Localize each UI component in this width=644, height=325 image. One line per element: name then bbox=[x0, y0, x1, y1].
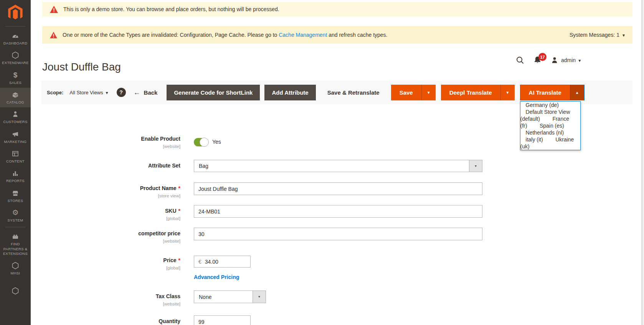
system-messages-toggle[interactable]: System Messages: 1 bbox=[570, 32, 625, 38]
sidebar-item-dashboard[interactable]: DASHBOARD bbox=[0, 29, 31, 48]
field-scope-note: [global] bbox=[50, 215, 180, 222]
sidebar-item-reports[interactable]: REPORTS bbox=[0, 166, 31, 186]
megaphone-icon bbox=[12, 130, 19, 138]
sidebar-item-extendware[interactable]: EXTENDWARE bbox=[0, 48, 31, 68]
attribute-set-label: Attribute Set bbox=[50, 162, 180, 169]
sidebar-divider bbox=[5, 26, 26, 26]
attribute-set-value: Bag bbox=[194, 160, 469, 172]
deepl-translate-button[interactable]: Deepl Translate bbox=[441, 85, 500, 100]
store-scope-switcher[interactable]: All Store Views bbox=[69, 90, 108, 95]
page-actions-toolbar: Scope: All Store Views ? ← Back Generate… bbox=[41, 80, 632, 104]
quantity-input[interactable] bbox=[194, 315, 251, 325]
ai-dropdown-arrow[interactable] bbox=[570, 85, 584, 100]
field-scope-note: [website] bbox=[50, 143, 180, 150]
back-arrow-icon: ← bbox=[134, 89, 140, 97]
user-icon bbox=[551, 56, 558, 64]
sku-label: SKU [global] bbox=[50, 208, 180, 222]
ai-translate-dropdown: Germany (de) Default Store View (default… bbox=[520, 101, 581, 150]
sidebar-item-label: DASHBOARD bbox=[3, 41, 28, 46]
attribute-set-select[interactable]: Bag bbox=[194, 160, 482, 172]
sidebar-item-label: SYSTEM bbox=[8, 218, 23, 223]
help-icon[interactable]: ? bbox=[117, 88, 126, 97]
tax-class-value: None bbox=[194, 291, 253, 303]
sidebar-item-system[interactable]: ⚙ SYSTEM bbox=[0, 206, 31, 225]
search-icon[interactable] bbox=[516, 56, 524, 64]
sidebar-item-label: CUSTOMERS bbox=[3, 120, 27, 124]
sidebar-item-label: MARKETING bbox=[4, 140, 26, 144]
field-label-text: Price bbox=[163, 257, 180, 263]
admin-user-menu[interactable]: admin bbox=[551, 56, 581, 64]
sidebar-item-customers[interactable]: CUSTOMERS bbox=[0, 107, 31, 127]
sidebar-item-label: SALES bbox=[9, 80, 21, 85]
generate-shortlink-button[interactable]: Generate Code for ShortLink bbox=[167, 85, 260, 100]
deepl-dropdown-arrow[interactable] bbox=[500, 85, 515, 100]
save-retranslate-button[interactable]: Save & Retranslate bbox=[321, 85, 386, 100]
currency-symbol: € bbox=[198, 259, 201, 265]
header-actions: 17 admin bbox=[516, 54, 581, 66]
quantity-label: Quantity bbox=[50, 318, 180, 325]
advanced-pricing-link[interactable]: Advanced Pricing bbox=[194, 274, 239, 280]
sidebar-item-label: MHSI bbox=[11, 271, 20, 276]
admin-username: admin bbox=[561, 57, 576, 63]
scope-label: Scope: bbox=[47, 90, 63, 95]
field-label-text: Attribute Set bbox=[148, 162, 180, 169]
tax-class-select[interactable]: None bbox=[194, 291, 266, 303]
dashboard-icon bbox=[12, 32, 19, 39]
cache-management-link[interactable]: Cache Management bbox=[279, 32, 327, 38]
chevron-down-icon bbox=[106, 90, 108, 95]
hexagon-icon bbox=[12, 287, 19, 295]
sidebar-item-sales[interactable]: $ SALES bbox=[0, 68, 31, 88]
product-name-label: Product Name [store view] bbox=[50, 185, 180, 199]
back-button[interactable]: ← Back bbox=[134, 89, 158, 97]
deepl-translate-split-button: Deepl Translate bbox=[441, 85, 515, 100]
field-scope-note: [global] bbox=[50, 265, 180, 271]
storefront-icon bbox=[12, 189, 19, 197]
field-label-text: Product Name bbox=[140, 185, 180, 191]
save-button[interactable]: Save bbox=[391, 85, 421, 100]
sidebar-item-stores[interactable]: STORES bbox=[0, 186, 31, 206]
sidebar-item-label: REPORTS bbox=[6, 179, 25, 183]
field-label-text: SKU bbox=[165, 208, 180, 214]
field-scope-note: [website] bbox=[50, 301, 180, 307]
sidebar-item-find-partners[interactable]: FIND PARTNERS & EXTENSIONS bbox=[0, 230, 31, 259]
cache-warning-text: One or more of the Cache Types are inval… bbox=[63, 32, 387, 38]
notifications-bell-icon[interactable]: 17 bbox=[533, 56, 542, 64]
scrollbar-track[interactable] bbox=[642, 0, 644, 325]
chevron-down-icon bbox=[623, 32, 625, 38]
page-title: Joust Duffle Bag bbox=[42, 61, 121, 73]
sidebar-item-catalog[interactable]: CATALOG bbox=[0, 88, 31, 107]
sidebar-item-partial[interactable] bbox=[0, 284, 31, 297]
enable-product-label: Enable Product [website] bbox=[50, 136, 180, 150]
cache-warning-banner: One or more of the Cache Types are inval… bbox=[42, 26, 632, 44]
sidebar-item-label: EXTENDWARE bbox=[2, 61, 29, 65]
sidebar-item-label: CONTENT bbox=[6, 159, 25, 164]
magento-logo[interactable] bbox=[0, 0, 31, 25]
notifications-count-badge: 17 bbox=[538, 53, 547, 61]
sidebar-item-label: STORES bbox=[8, 199, 23, 203]
enable-product-toggle[interactable] bbox=[194, 138, 208, 146]
sidebar-item-content[interactable]: CONTENT bbox=[0, 147, 31, 166]
field-scope-note: [store view] bbox=[50, 193, 180, 199]
product-name-input[interactable] bbox=[194, 182, 482, 195]
sidebar: DASHBOARD EXTENDWARE $ SALES CATALOG CUS… bbox=[0, 0, 31, 325]
ai-translate-button[interactable]: AI Translate bbox=[520, 85, 570, 100]
demo-store-text: This is only a demo store. You can brows… bbox=[63, 6, 279, 12]
toggle-knob bbox=[200, 138, 209, 147]
save-split-button: Save bbox=[391, 85, 436, 100]
tax-class-label: Tax Class [website] bbox=[50, 293, 180, 307]
price-value: 34.00 bbox=[205, 259, 218, 265]
sidebar-item-mhsi[interactable]: MHSI bbox=[0, 259, 31, 278]
enable-product-value: Yes bbox=[212, 139, 221, 145]
field-label-text: competitor price bbox=[138, 230, 180, 236]
bar-chart-icon bbox=[12, 169, 19, 177]
save-dropdown-arrow[interactable] bbox=[421, 85, 436, 100]
add-attribute-button[interactable]: Add Attribute bbox=[264, 85, 315, 100]
warning-icon bbox=[50, 32, 57, 38]
sidebar-item-marketing[interactable]: MARKETING bbox=[0, 127, 31, 147]
sku-input[interactable] bbox=[194, 205, 482, 218]
competitor-price-input[interactable] bbox=[194, 228, 482, 240]
magento-logo-icon bbox=[7, 4, 24, 21]
sidebar-divider bbox=[5, 227, 26, 227]
price-input[interactable]: € 34.00 bbox=[194, 256, 251, 268]
competitor-price-label: competitor price [website] bbox=[50, 230, 180, 245]
